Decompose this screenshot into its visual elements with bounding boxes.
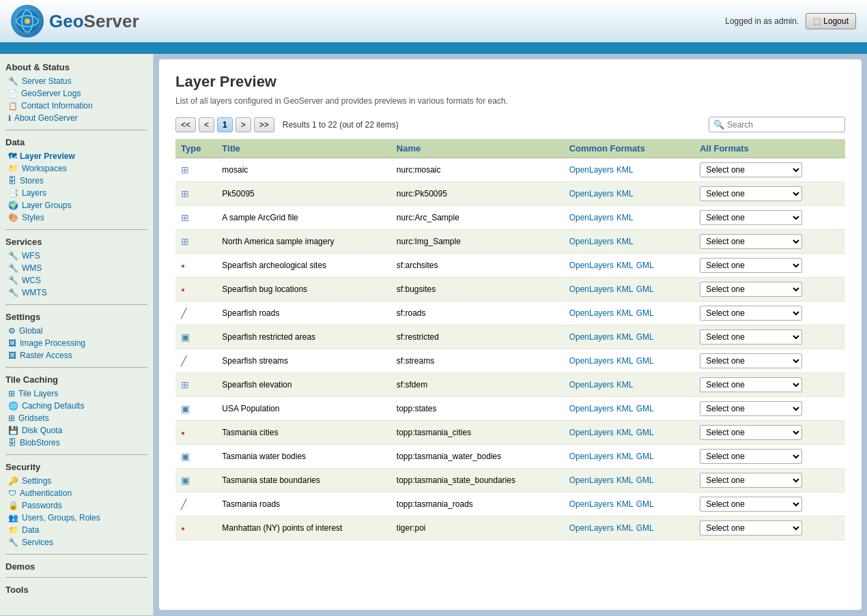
format-link-openlayers[interactable]: OpenLayers xyxy=(569,189,614,199)
all-formats-select[interactable]: Select one xyxy=(700,377,802,392)
format-link-openlayers[interactable]: OpenLayers xyxy=(569,499,614,509)
pager-last-button[interactable]: >> xyxy=(254,117,274,132)
sidebar-item-styles[interactable]: 🎨 Styles xyxy=(5,211,147,224)
sidebar-item-workspaces[interactable]: 📁 Workspaces xyxy=(5,162,147,175)
format-link-openlayers[interactable]: OpenLayers xyxy=(569,428,614,437)
cell-name: topp:tasmania_cities xyxy=(391,421,564,445)
all-formats-select[interactable]: Select one xyxy=(700,425,802,440)
all-formats-select[interactable]: Select one xyxy=(700,210,802,225)
format-link-openlayers[interactable]: OpenLayers xyxy=(569,213,614,222)
sidebar-item-caching-defaults[interactable]: 🌐 Caching Defaults xyxy=(5,400,147,412)
sidebar-item-wcs[interactable]: 🔧 WCS xyxy=(5,274,147,287)
all-formats-select[interactable]: Select one xyxy=(700,497,802,512)
format-link-kml[interactable]: KML xyxy=(616,261,634,270)
sidebar-item-server-status[interactable]: 🔧 Server Status xyxy=(5,75,147,87)
format-link-openlayers[interactable]: OpenLayers xyxy=(569,452,614,461)
sidebar-item-blobstores[interactable]: 🗄 BlobStores xyxy=(5,437,147,449)
format-link-openlayers[interactable]: OpenLayers xyxy=(569,380,614,390)
all-formats-select[interactable]: Select one xyxy=(700,282,802,297)
all-formats-select[interactable]: Select one xyxy=(700,473,802,488)
cell-name: tiger:poi xyxy=(391,516,564,540)
all-formats-select[interactable]: Select one xyxy=(700,449,802,464)
format-link-kml[interactable]: KML xyxy=(616,308,634,318)
sidebar-item-layers[interactable]: 📑 Layers xyxy=(5,187,147,199)
all-formats-select[interactable]: Select one xyxy=(700,353,802,368)
sidebar-item-wms[interactable]: 🔧 WMS xyxy=(5,262,147,274)
all-formats-select[interactable]: Select one xyxy=(700,329,802,344)
format-link-gml[interactable]: GML xyxy=(636,404,654,413)
sidebar-item-security-services[interactable]: 🔧 Services xyxy=(5,536,147,548)
cell-type: ╱ xyxy=(175,302,216,325)
format-link-openlayers[interactable]: OpenLayers xyxy=(569,356,614,366)
logout-button[interactable]: ⬚ Logout xyxy=(806,13,856,29)
format-link-gml[interactable]: GML xyxy=(636,261,654,270)
format-link-gml[interactable]: GML xyxy=(636,356,654,366)
format-link-openlayers[interactable]: OpenLayers xyxy=(569,237,614,246)
pager-current-button[interactable]: 1 xyxy=(217,117,233,132)
format-link-openlayers[interactable]: OpenLayers xyxy=(569,165,614,175)
all-formats-select[interactable]: Select one xyxy=(700,258,802,273)
sidebar-item-contact[interactable]: 📋 Contact Information xyxy=(5,100,147,112)
all-formats-select[interactable]: Select one xyxy=(700,401,802,416)
format-link-openlayers[interactable]: OpenLayers xyxy=(569,261,614,270)
format-link-openlayers[interactable]: OpenLayers xyxy=(569,308,614,318)
all-formats-select[interactable]: Select one xyxy=(700,186,802,201)
format-link-openlayers[interactable]: OpenLayers xyxy=(569,284,614,294)
format-link-kml[interactable]: KML xyxy=(616,356,634,366)
search-input[interactable] xyxy=(727,120,840,130)
table-row: ●Manhattan (NY) points of interesttiger:… xyxy=(175,516,845,540)
format-link-kml[interactable]: KML xyxy=(616,165,634,175)
toolbar: << < 1 > >> Results 1 to 22 (out of 22 i… xyxy=(175,117,845,132)
format-link-kml[interactable]: KML xyxy=(616,380,634,390)
format-link-gml[interactable]: GML xyxy=(636,428,654,437)
format-link-gml[interactable]: GML xyxy=(636,332,654,342)
format-link-kml[interactable]: KML xyxy=(616,428,634,437)
pager-prev-button[interactable]: < xyxy=(199,117,214,132)
all-formats-select[interactable]: Select one xyxy=(700,162,802,177)
sidebar-item-raster-access[interactable]: 🖼 Raster Access xyxy=(5,349,147,362)
format-link-gml[interactable]: GML xyxy=(636,475,654,485)
format-link-gml[interactable]: GML xyxy=(636,452,654,461)
format-link-gml[interactable]: GML xyxy=(636,308,654,318)
format-link-kml[interactable]: KML xyxy=(616,475,634,485)
format-link-kml[interactable]: KML xyxy=(616,213,634,222)
sidebar-item-authentication[interactable]: 🛡 Authentication xyxy=(5,487,147,499)
format-link-kml[interactable]: KML xyxy=(616,452,634,461)
sidebar-item-disk-quota[interactable]: 💾 Disk Quota xyxy=(5,424,147,437)
pager-next-button[interactable]: > xyxy=(236,117,251,132)
sidebar-item-tile-layers[interactable]: ⊞ Tile Layers xyxy=(5,387,147,400)
format-link-gml[interactable]: GML xyxy=(636,499,654,509)
format-link-gml[interactable]: GML xyxy=(636,523,654,533)
format-link-kml[interactable]: KML xyxy=(616,499,634,509)
format-link-kml[interactable]: KML xyxy=(616,523,634,533)
pager-first-button[interactable]: << xyxy=(175,117,196,132)
sidebar-item-about[interactable]: ℹ About GeoServer xyxy=(5,112,147,124)
sidebar-item-gridsets[interactable]: ⊞ Gridsets xyxy=(5,412,147,424)
format-link-openlayers[interactable]: OpenLayers xyxy=(569,404,614,413)
format-link-kml[interactable]: KML xyxy=(616,189,634,199)
sidebar-item-stores[interactable]: 🗄 Stores xyxy=(5,175,147,187)
sidebar-item-geoserver-logs[interactable]: 📄 GeoServer Logs xyxy=(5,87,147,100)
format-link-kml[interactable]: KML xyxy=(616,284,634,294)
format-link-kml[interactable]: KML xyxy=(616,404,634,413)
sidebar-item-layer-groups[interactable]: 🌍 Layer Groups xyxy=(5,199,147,211)
format-link-kml[interactable]: KML xyxy=(616,237,634,246)
all-formats-select[interactable]: Select one xyxy=(700,306,802,321)
sidebar-item-layer-preview[interactable]: 🗺 Layer Preview xyxy=(5,150,147,162)
sidebar-item-security-settings[interactable]: 🔑 Settings xyxy=(5,475,147,487)
sidebar-item-users-groups-roles[interactable]: 👥 Users, Groups, Roles xyxy=(5,512,147,524)
sidebar-item-image-processing[interactable]: 🖼 Image Processing xyxy=(5,337,147,349)
sidebar-item-global[interactable]: ⚙ Global xyxy=(5,325,147,337)
format-link-gml[interactable]: GML xyxy=(636,284,654,294)
sidebar-item-security-data[interactable]: 📁 Data xyxy=(5,524,147,536)
all-formats-select[interactable]: Select one xyxy=(700,520,802,536)
sidebar-item-passwords[interactable]: 🔒 Passwords xyxy=(5,499,147,512)
cell-all-formats: Select one xyxy=(694,421,845,445)
format-link-kml[interactable]: KML xyxy=(616,332,634,342)
format-link-openlayers[interactable]: OpenLayers xyxy=(569,523,614,533)
format-link-openlayers[interactable]: OpenLayers xyxy=(569,332,614,342)
sidebar-item-wfs[interactable]: 🔧 WFS xyxy=(5,250,147,262)
format-link-openlayers[interactable]: OpenLayers xyxy=(569,475,614,485)
all-formats-select[interactable]: Select one xyxy=(700,234,802,249)
sidebar-item-wmts[interactable]: 🔧 WMTS xyxy=(5,287,147,299)
